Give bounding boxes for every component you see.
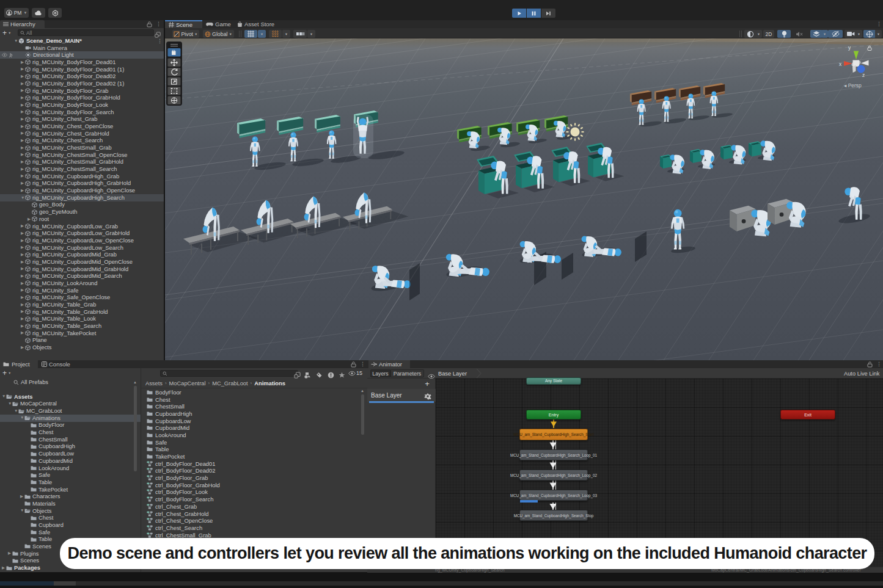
svg-text:◂ Persp: ◂ Persp xyxy=(844,82,862,89)
svg-text:z: z xyxy=(862,72,865,78)
